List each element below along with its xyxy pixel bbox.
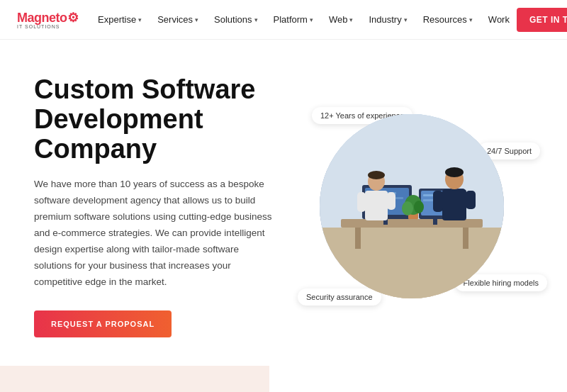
bottom-section: 🔍 Search anything Terry Press Bespoke So…	[0, 366, 567, 392]
svg-point-20	[414, 201, 424, 213]
chevron-down-icon: ▾	[469, 16, 473, 23]
svg-rect-16	[433, 219, 437, 225]
svg-rect-24	[357, 192, 366, 212]
hero-section: Custom Software Development Company We h…	[0, 40, 567, 366]
svg-rect-25	[387, 192, 395, 210]
svg-rect-28	[442, 189, 466, 220]
svg-rect-30	[466, 191, 476, 209]
nav-item-services[interactable]: Services ▾	[150, 10, 206, 29]
logo-text: Magneto⚙	[17, 10, 78, 26]
chevron-down-icon: ▾	[254, 16, 258, 23]
hero-content: Custom Software Development Company We h…	[34, 75, 291, 337]
svg-point-22	[368, 171, 385, 179]
chevron-down-icon: ▾	[310, 16, 313, 23]
chevron-down-icon: ▾	[404, 16, 408, 23]
nav-item-industry[interactable]: Industry ▾	[361, 10, 414, 29]
nav-item-solutions[interactable]: Solutions ▾	[207, 10, 264, 29]
hero-image-area: 12+ Years of experience 24/7 Support Fle…	[291, 100, 533, 313]
nav-item-web[interactable]: Web ▾	[322, 10, 361, 29]
nav-links: Expertise ▾ Services ▾ Solutions ▾ Platf…	[91, 10, 517, 29]
get-in-touch-button[interactable]: GET IN TOUCH	[517, 8, 567, 32]
navbar: Magneto⚙ IT SOLUTIONS Expertise ▾ Servic…	[0, 0, 567, 40]
nav-item-expertise[interactable]: Expertise ▾	[91, 10, 149, 29]
hero-title: Custom Software Development Company	[34, 75, 276, 164]
svg-rect-29	[433, 191, 443, 212]
nav-item-work[interactable]: Work	[481, 10, 517, 29]
svg-rect-5	[463, 228, 468, 249]
logo[interactable]: Magneto⚙ IT SOLUTIONS	[17, 10, 78, 29]
svg-point-27	[445, 167, 464, 177]
chevron-down-icon: ▾	[349, 16, 353, 23]
bottom-right-panel: Bespoke Software Apps	[269, 366, 567, 392]
chevron-down-icon: ▾	[138, 16, 142, 23]
svg-rect-2	[320, 228, 504, 298]
nav-item-resources[interactable]: Resources ▾	[416, 10, 480, 29]
office-illustration	[320, 114, 504, 298]
svg-rect-4	[355, 228, 361, 249]
hero-description: We have more than 10 years of success as…	[34, 177, 276, 291]
svg-point-19	[402, 201, 413, 215]
hero-circle-image	[320, 114, 504, 298]
request-proposal-button[interactable]: REQUEST A PROPOSAL	[34, 310, 172, 337]
bottom-left-panel: 🔍 Search anything Terry Press	[0, 366, 269, 392]
svg-rect-23	[365, 191, 388, 220]
chevron-down-icon: ▾	[195, 16, 198, 23]
nav-item-platform[interactable]: Platform ▾	[266, 10, 320, 29]
